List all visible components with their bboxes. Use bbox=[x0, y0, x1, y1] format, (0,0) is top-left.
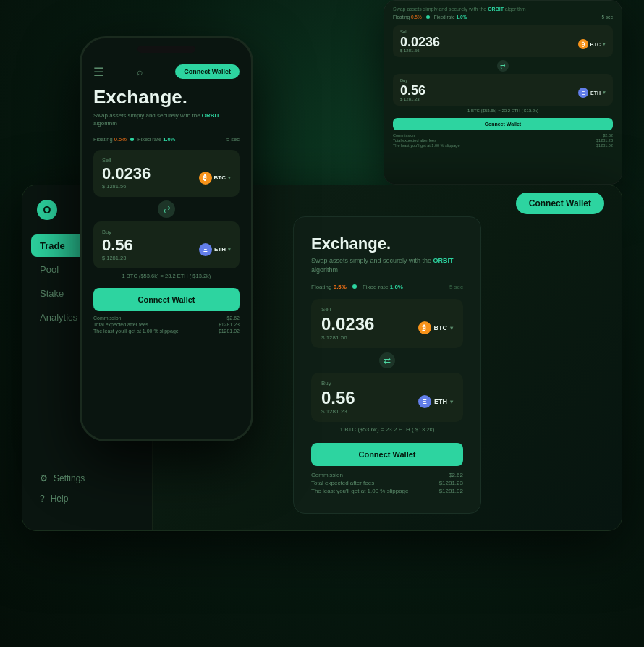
sell-token-selector[interactable]: ₿ BTC ▾ bbox=[418, 321, 454, 334]
floating-label: Floating 0.5% bbox=[311, 284, 347, 290]
sell-amount[interactable]: 0.0236 bbox=[321, 316, 374, 333]
sidebar-bottom: ⚙ Settings ? Help bbox=[22, 468, 152, 516]
exchange-card: Exchange. Swap assets simply and securel… bbox=[293, 216, 481, 513]
sidebar-item-settings[interactable]: ⚙ Settings bbox=[31, 468, 143, 489]
search-icon[interactable]: ⌕ bbox=[137, 66, 143, 77]
connect-wallet-button[interactable]: Connect Wallet bbox=[93, 288, 240, 311]
rate-dot bbox=[130, 138, 134, 141]
phone-notch bbox=[137, 46, 195, 53]
brand-name: ORBIT bbox=[202, 112, 220, 119]
hamburger-icon[interactable]: ☰ bbox=[93, 65, 103, 79]
connect-wallet-button[interactable]: Connect Wallet bbox=[393, 118, 613, 130]
sell-token-selector[interactable]: ₿ BTC ▾ bbox=[199, 172, 231, 185]
least-val: $1281.02 bbox=[596, 143, 613, 148]
fixed-rate-value: 1.0% bbox=[390, 284, 403, 290]
sell-label: Sell bbox=[321, 306, 453, 313]
chevron-icon: ▾ bbox=[603, 41, 606, 47]
least-label: The least you'll get at 1.00 % slippage bbox=[393, 143, 459, 148]
sell-usd: $ 1281.56 bbox=[321, 334, 374, 341]
rate-bar: Floating 0.5% Fixed rate 1.0% 5 sec bbox=[311, 284, 463, 290]
connect-wallet-button[interactable]: Connect Wallet bbox=[311, 443, 463, 466]
phone-device: ☰ ⌕ Connect Wallet Exchange. Swap assets… bbox=[80, 36, 253, 441]
buy-label: Buy bbox=[400, 78, 606, 83]
buy-token-name: ETH bbox=[434, 398, 447, 405]
exchange-title: Exchange. bbox=[311, 234, 463, 253]
sell-token: BTC bbox=[214, 174, 226, 181]
conversion-rate: 1 BTC ($53.6k) = 23.2 ETH ( $13.2k) bbox=[311, 426, 463, 433]
commission-label: Commission bbox=[393, 133, 415, 138]
settings-label: Settings bbox=[54, 473, 85, 483]
sell-label: Sell bbox=[400, 30, 606, 34]
phone-sell-box: Sell 0.0236 $ 1281.56 ₿ BTC ▾ bbox=[93, 150, 240, 197]
sell-usd: $ 1281.56 bbox=[102, 183, 151, 190]
help-icon: ? bbox=[40, 494, 45, 504]
buy-amount: 0.56 bbox=[400, 84, 425, 97]
floating-val: 0.5% bbox=[411, 14, 422, 20]
connect-wallet-button[interactable]: Connect Wallet bbox=[175, 64, 240, 79]
floating-val: 0.5% bbox=[114, 136, 127, 143]
floating-label: Floating 0.5% bbox=[393, 14, 422, 20]
total-label: Total expected after fees bbox=[311, 480, 374, 486]
rate-bar: Floating 0.5% Fixed rate 1.0% 5 sec bbox=[93, 136, 240, 143]
chevron-icon: ▾ bbox=[603, 90, 606, 96]
chevron-down-icon: ▾ bbox=[450, 399, 453, 405]
buy-token-selector[interactable]: Ξ ETH ▾ bbox=[199, 243, 231, 256]
total-val: $1281.23 bbox=[219, 322, 240, 327]
buy-token-selector[interactable]: Ξ ETH ▾ bbox=[418, 395, 453, 408]
buy-token: ETH bbox=[214, 246, 226, 253]
sell-token-name: BTC bbox=[434, 324, 448, 331]
refresh-timer: 5 sec bbox=[449, 284, 463, 290]
logo-icon: O bbox=[37, 200, 57, 220]
commission-val: $2.62 bbox=[603, 133, 613, 138]
btc-icon: ₿ bbox=[199, 172, 212, 185]
tablet-rate-bar: Floating 0.5% Fixed rate 1.0% 5 sec bbox=[393, 14, 613, 20]
commission-val: $2.62 bbox=[226, 316, 240, 321]
fixed-label: Fixed rate 1.0% bbox=[434, 14, 467, 20]
settings-icon: ⚙ bbox=[40, 473, 48, 483]
buy-usd: $ 1281.23 bbox=[102, 255, 133, 261]
sell-amount: 0.0236 bbox=[400, 35, 440, 48]
fees-details: Commission $2.62 Total expected after fe… bbox=[311, 472, 463, 494]
sell-box: Sell 0.0236 $ 1281.56 ₿ BTC ▾ bbox=[311, 299, 463, 348]
eth-icon: Ξ bbox=[418, 395, 431, 408]
tablet-sell-box: Sell 0.0236 $ 1281.56 ₿ BTC ▾ bbox=[393, 25, 613, 57]
stake-label: Stake bbox=[40, 288, 64, 299]
fees-section: Commission$2.62 Total expected after fee… bbox=[393, 133, 613, 148]
pool-label: Pool bbox=[40, 264, 59, 275]
total-val: $1281.23 bbox=[596, 138, 613, 143]
least-label: The least you'll get at 1.00 % slippage bbox=[311, 488, 409, 494]
commission-value: $2.62 bbox=[449, 472, 463, 478]
swap-button[interactable]: ⇄ bbox=[379, 352, 395, 368]
least-label: The least you'll get at 1.00 % slippage bbox=[93, 329, 179, 334]
swap-button[interactable]: ⇄ bbox=[158, 200, 175, 218]
least-value: $1281.02 bbox=[439, 488, 463, 494]
commission-label: Commission bbox=[311, 472, 343, 478]
buy-token-name: ETH bbox=[590, 90, 601, 96]
phone-buy-box: Buy 0.56 $ 1281.23 Ξ ETH ▾ bbox=[93, 221, 240, 268]
chevron-down-icon: ▾ bbox=[228, 175, 231, 181]
brand-name: ORBIT bbox=[433, 257, 454, 264]
swap-button[interactable]: ⇄ bbox=[497, 60, 509, 72]
sell-amount[interactable]: 0.0236 bbox=[102, 166, 151, 182]
phone-navbar: ☰ ⌕ Connect Wallet bbox=[82, 60, 251, 86]
sell-token: ₿ BTC ▾ bbox=[578, 39, 606, 49]
tablet-device: Swap assets simply and securely with the… bbox=[384, 0, 622, 185]
sidebar-item-help[interactable]: ? Help bbox=[31, 489, 143, 509]
fixed-val: 1.0% bbox=[163, 136, 175, 143]
connect-wallet-button[interactable]: Connect Wallet bbox=[516, 193, 604, 214]
buy-amount[interactable]: 0.56 bbox=[102, 237, 133, 253]
page-subtitle: Swap assets simply and securely with the… bbox=[93, 111, 240, 127]
timer: 5 sec bbox=[601, 14, 613, 20]
buy-token: Ξ ETH ▾ bbox=[578, 88, 606, 98]
buy-amount[interactable]: 0.56 bbox=[321, 389, 355, 407]
buy-label: Buy bbox=[321, 380, 453, 386]
chevron-down-icon: ▾ bbox=[450, 325, 453, 331]
buy-box: Buy 0.56 $ 1281.23 Ξ ETH ▾ bbox=[311, 373, 463, 422]
conversion-text: 1 BTC ($53.6k) = 23.2 ETH ( $13.2k) bbox=[93, 273, 240, 279]
floating-label: Floating 0.5% bbox=[93, 136, 127, 143]
conversion-text: 1 BTC ($53.6k) = 23.2 ETH ( $13.2k) bbox=[393, 109, 613, 113]
exchange-subtitle: Swap assets simply and securely with the… bbox=[311, 256, 463, 274]
tablet-subtitle: Swap assets simply and securely with the… bbox=[393, 7, 613, 12]
timer: 5 sec bbox=[226, 136, 240, 143]
least-val: $1281.02 bbox=[219, 329, 240, 334]
